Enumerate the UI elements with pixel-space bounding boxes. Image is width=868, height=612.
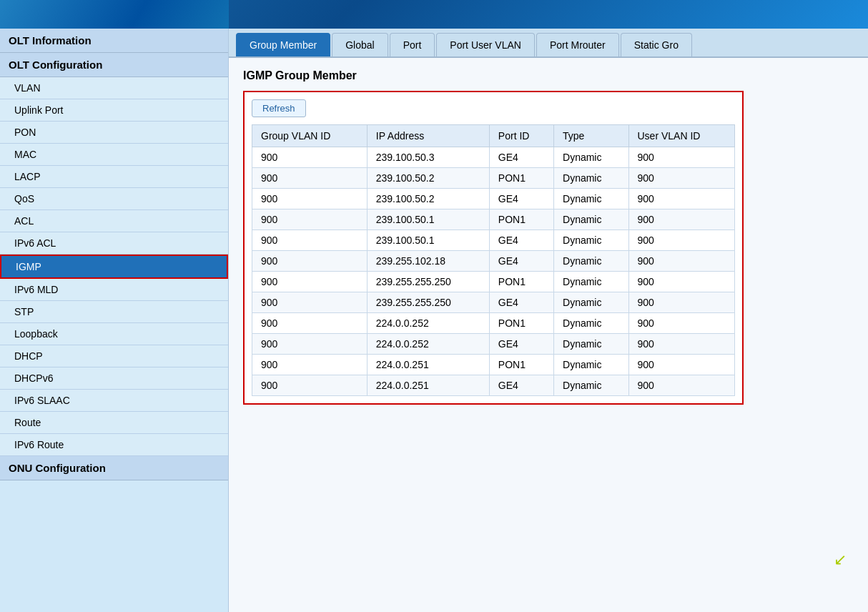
- table-row: 900239.255.255.250GE4Dynamic900: [252, 292, 735, 313]
- cell-userVlanId: 900: [628, 272, 735, 292]
- cell-userVlanId: 900: [628, 230, 735, 251]
- table-row: 900239.100.50.3GE4Dynamic900: [252, 147, 735, 168]
- sidebar: OLT Information OLT Configuration VLANUp…: [0, 29, 229, 612]
- tab-group-member[interactable]: Group Member: [236, 33, 330, 56]
- cell-portId: PON1: [489, 313, 553, 334]
- cell-ipAddress: 224.0.0.251: [367, 355, 489, 375]
- cell-portId: GE4: [489, 230, 553, 251]
- cell-type: Dynamic: [554, 147, 628, 168]
- sidebar-item-stp[interactable]: STP: [0, 301, 228, 323]
- cell-type: Dynamic: [554, 375, 628, 396]
- tab-port-user-vlan[interactable]: Port User VLAN: [436, 33, 535, 56]
- cell-portId: GE4: [489, 375, 553, 396]
- sidebar-item-lacp[interactable]: LACP: [0, 166, 228, 188]
- col-header: User VLAN ID: [628, 125, 735, 147]
- sidebar-item-qos[interactable]: QoS: [0, 188, 228, 210]
- cell-portId: GE4: [489, 334, 553, 355]
- cell-type: Dynamic: [554, 251, 628, 272]
- sidebar-item-ipv6-slaac[interactable]: IPv6 SLAAC: [0, 390, 228, 412]
- cell-type: Dynamic: [554, 334, 628, 355]
- tab-global[interactable]: Global: [332, 33, 388, 56]
- cell-ipAddress: 239.255.102.18: [367, 251, 489, 272]
- content-area: Group MemberGlobalPortPort User VLANPort…: [229, 29, 868, 612]
- cell-userVlanId: 900: [628, 147, 735, 168]
- cell-portId: PON1: [489, 209, 553, 230]
- cell-ipAddress: 239.100.50.1: [367, 209, 489, 230]
- cell-type: Dynamic: [554, 189, 628, 209]
- group-member-table: Group VLAN IDIP AddressPort IDTypeUser V…: [252, 124, 735, 396]
- cell-portId: GE4: [489, 189, 553, 209]
- sidebar-section-olt-info[interactable]: OLT Information: [0, 29, 228, 53]
- sidebar-item-mac[interactable]: MAC: [0, 144, 228, 166]
- cell-type: Dynamic: [554, 209, 628, 230]
- cell-portId: PON1: [489, 272, 553, 292]
- sidebar-item-pon[interactable]: PON: [0, 122, 228, 144]
- sidebar-item-route[interactable]: Route: [0, 412, 228, 434]
- sidebar-item-dhcp[interactable]: DHCP: [0, 345, 228, 367]
- cell-ipAddress: 239.255.255.250: [367, 272, 489, 292]
- sidebar-item-ipv6-route[interactable]: IPv6 Route: [0, 434, 228, 456]
- cell-ipAddress: 239.100.50.1: [367, 230, 489, 251]
- table-container: Refresh Group VLAN IDIP AddressPort IDTy…: [243, 91, 744, 405]
- col-header: Port ID: [489, 125, 553, 147]
- table-row: 900224.0.0.251PON1Dynamic900: [252, 355, 735, 375]
- cell-userVlanId: 900: [628, 355, 735, 375]
- cell-groupVlanId: 900: [252, 355, 368, 375]
- col-header: IP Address: [367, 125, 489, 147]
- refresh-button[interactable]: Refresh: [252, 99, 306, 117]
- tab-port-mrouter[interactable]: Port Mrouter: [536, 33, 619, 56]
- cell-type: Dynamic: [554, 272, 628, 292]
- cell-groupVlanId: 900: [252, 147, 368, 168]
- table-row: 900239.100.50.2GE4Dynamic900: [252, 189, 735, 209]
- sidebar-item-igmp[interactable]: IGMP: [0, 255, 228, 279]
- sidebar-item-dhcpv6[interactable]: DHCPv6: [0, 367, 228, 390]
- sidebar-section-olt-config[interactable]: OLT Configuration: [0, 53, 228, 77]
- cell-groupVlanId: 900: [252, 251, 368, 272]
- tab-bar: Group MemberGlobalPortPort User VLANPort…: [229, 29, 868, 58]
- sidebar-section-onu-config[interactable]: ONU Configuration: [0, 456, 228, 480]
- cell-groupVlanId: 900: [252, 313, 368, 334]
- col-header: Type: [554, 125, 628, 147]
- table-row: 900239.100.50.1GE4Dynamic900: [252, 230, 735, 251]
- sidebar-item-loopback[interactable]: Loopback: [0, 323, 228, 345]
- sidebar-item-ipv6-acl[interactable]: IPv6 ACL: [0, 232, 228, 255]
- cell-type: Dynamic: [554, 168, 628, 189]
- sidebar-item-vlan[interactable]: VLAN: [0, 77, 228, 99]
- table-row: 900224.0.0.252GE4Dynamic900: [252, 334, 735, 355]
- cell-ipAddress: 224.0.0.252: [367, 334, 489, 355]
- cell-portId: GE4: [489, 147, 553, 168]
- cell-userVlanId: 900: [628, 189, 735, 209]
- cell-groupVlanId: 900: [252, 209, 368, 230]
- cell-portId: GE4: [489, 251, 553, 272]
- sidebar-item-acl[interactable]: ACL: [0, 210, 228, 232]
- cell-type: Dynamic: [554, 292, 628, 313]
- cell-ipAddress: 239.100.50.2: [367, 168, 489, 189]
- table-row: 900239.255.255.250PON1Dynamic900: [252, 272, 735, 292]
- sidebar-item-ipv6-mld[interactable]: IPv6 MLD: [0, 279, 228, 301]
- cell-ipAddress: 239.100.50.2: [367, 189, 489, 209]
- cell-portId: PON1: [489, 355, 553, 375]
- table-row: 900239.100.50.1PON1Dynamic900: [252, 209, 735, 230]
- cell-userVlanId: 900: [628, 168, 735, 189]
- cell-ipAddress: 224.0.0.252: [367, 313, 489, 334]
- table-row: 900239.255.102.18GE4Dynamic900: [252, 251, 735, 272]
- page-title: IGMP Group Member: [243, 69, 854, 82]
- cell-userVlanId: 900: [628, 334, 735, 355]
- cell-groupVlanId: 900: [252, 189, 368, 209]
- tab-port[interactable]: Port: [390, 33, 435, 56]
- table-row: 900239.100.50.2PON1Dynamic900: [252, 168, 735, 189]
- table-row: 900224.0.0.251GE4Dynamic900: [252, 375, 735, 396]
- cell-groupVlanId: 900: [252, 230, 368, 251]
- cell-groupVlanId: 900: [252, 375, 368, 396]
- cell-userVlanId: 900: [628, 375, 735, 396]
- top-banner: [0, 0, 868, 29]
- sidebar-item-uplink-port[interactable]: Uplink Port: [0, 99, 228, 122]
- cell-type: Dynamic: [554, 313, 628, 334]
- cell-groupVlanId: 900: [252, 334, 368, 355]
- cell-type: Dynamic: [554, 230, 628, 251]
- cell-userVlanId: 900: [628, 209, 735, 230]
- tab-static-gro[interactable]: Static Gro: [621, 33, 692, 56]
- cell-userVlanId: 900: [628, 251, 735, 272]
- cell-userVlanId: 900: [628, 292, 735, 313]
- cell-ipAddress: 239.100.50.3: [367, 147, 489, 168]
